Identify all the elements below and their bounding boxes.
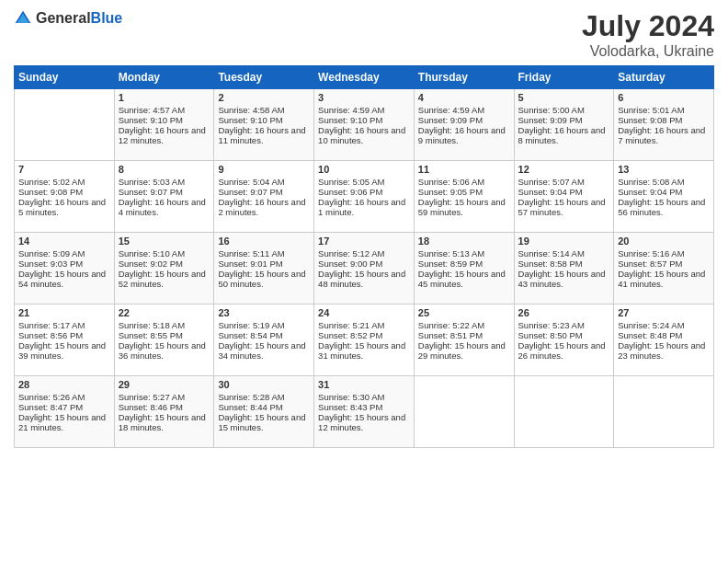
weekday-header: Tuesday [214, 66, 314, 89]
calendar-cell: 30Sunrise: 5:28 AMSunset: 8:44 PMDayligh… [214, 376, 314, 448]
day-info: Sunrise: 5:24 AM [618, 320, 710, 330]
calendar-cell: 18Sunrise: 5:13 AMSunset: 8:59 PMDayligh… [414, 233, 514, 304]
day-number: 29 [119, 379, 210, 390]
weekday-header: Wednesday [314, 66, 415, 89]
day-info: Sunset: 8:48 PM [618, 330, 710, 340]
day-info: Daylight: 16 hours and 4 minutes. [119, 197, 210, 217]
calendar-cell: 23Sunrise: 5:19 AMSunset: 8:54 PMDayligh… [214, 304, 314, 376]
day-info: Sunrise: 5:10 AM [119, 248, 210, 259]
day-info: Daylight: 15 hours and 43 minutes. [518, 269, 610, 289]
calendar-cell: 8Sunrise: 5:03 AMSunset: 9:07 PMDaylight… [114, 161, 214, 233]
day-info: Sunrise: 5:02 AM [18, 177, 110, 187]
day-info: Daylight: 15 hours and 26 minutes. [518, 340, 610, 361]
calendar-cell: 19Sunrise: 5:14 AMSunset: 8:58 PMDayligh… [514, 233, 614, 304]
calendar-cell: 2Sunrise: 4:58 AMSunset: 9:10 PMDaylight… [214, 89, 314, 161]
calendar-cell: 15Sunrise: 5:10 AMSunset: 9:02 PMDayligh… [114, 233, 214, 304]
day-info: Sunset: 8:54 PM [218, 330, 310, 340]
day-number: 26 [518, 307, 610, 318]
day-number: 13 [618, 164, 710, 175]
day-number: 12 [518, 164, 610, 175]
day-info: Daylight: 16 hours and 7 minutes. [618, 125, 710, 145]
day-number: 24 [318, 307, 410, 318]
weekday-header: Saturday [614, 66, 714, 89]
day-info: Sunrise: 5:16 AM [618, 248, 710, 259]
calendar-cell [514, 376, 614, 448]
day-number: 20 [618, 236, 710, 247]
day-info: Daylight: 16 hours and 11 minutes. [218, 125, 310, 145]
day-info: Sunset: 9:09 PM [418, 115, 510, 125]
day-info: Sunrise: 5:09 AM [18, 248, 110, 259]
logo-icon [14, 9, 32, 28]
location: Volodarka, Ukraine [582, 43, 714, 60]
day-info: Sunset: 9:06 PM [318, 187, 410, 197]
day-info: Sunrise: 4:58 AM [218, 105, 310, 115]
day-number: 7 [18, 164, 110, 175]
calendar-cell: 5Sunrise: 5:00 AMSunset: 9:09 PMDaylight… [514, 89, 614, 161]
day-info: Daylight: 15 hours and 45 minutes. [418, 269, 510, 289]
day-number: 18 [418, 236, 510, 247]
day-number: 17 [318, 236, 410, 247]
day-info: Sunset: 8:47 PM [18, 402, 110, 412]
day-info: Daylight: 15 hours and 21 minutes. [18, 412, 110, 432]
day-number: 14 [18, 236, 110, 247]
day-number: 31 [318, 379, 410, 390]
day-info: Daylight: 16 hours and 10 minutes. [318, 125, 410, 145]
calendar-cell: 9Sunrise: 5:04 AMSunset: 9:07 PMDaylight… [214, 161, 314, 233]
day-number: 2 [218, 92, 310, 103]
day-info: Sunrise: 5:30 AM [318, 392, 410, 402]
day-number: 5 [518, 92, 610, 103]
calendar-cell: 12Sunrise: 5:07 AMSunset: 9:04 PMDayligh… [514, 161, 614, 233]
calendar-week-row: 1Sunrise: 4:57 AMSunset: 9:10 PMDaylight… [15, 89, 714, 161]
day-info: Sunset: 8:46 PM [119, 402, 210, 412]
day-number: 27 [618, 307, 710, 318]
day-info: Daylight: 15 hours and 23 minutes. [618, 340, 710, 361]
day-info: Daylight: 15 hours and 59 minutes. [418, 197, 510, 217]
day-info: Daylight: 15 hours and 36 minutes. [119, 340, 210, 361]
calendar-cell: 6Sunrise: 5:01 AMSunset: 9:08 PMDaylight… [614, 89, 714, 161]
day-info: Sunrise: 5:12 AM [318, 248, 410, 259]
day-number: 25 [418, 307, 510, 318]
day-info: Sunset: 9:04 PM [518, 187, 610, 197]
day-info: Sunrise: 5:18 AM [119, 320, 210, 330]
day-info: Sunset: 8:52 PM [318, 330, 410, 340]
calendar-cell: 20Sunrise: 5:16 AMSunset: 8:57 PMDayligh… [614, 233, 714, 304]
day-info: Daylight: 15 hours and 39 minutes. [18, 340, 110, 361]
calendar-week-row: 28Sunrise: 5:26 AMSunset: 8:47 PMDayligh… [15, 376, 714, 448]
weekday-header: Sunday [15, 66, 115, 89]
day-number: 9 [218, 164, 310, 175]
day-info: Sunset: 9:01 PM [218, 259, 310, 269]
weekday-header: Thursday [414, 66, 514, 89]
weekday-header: Monday [114, 66, 214, 89]
calendar-week-row: 21Sunrise: 5:17 AMSunset: 8:56 PMDayligh… [15, 304, 714, 376]
day-number: 4 [418, 92, 510, 103]
day-info: Daylight: 15 hours and 34 minutes. [218, 340, 310, 361]
day-number: 8 [119, 164, 210, 175]
day-info: Sunrise: 4:59 AM [318, 105, 410, 115]
day-info: Daylight: 16 hours and 2 minutes. [218, 197, 310, 217]
calendar-cell: 17Sunrise: 5:12 AMSunset: 9:00 PMDayligh… [314, 233, 415, 304]
title-block: July 2024 Volodarka, Ukraine [582, 9, 714, 60]
day-info: Daylight: 15 hours and 15 minutes. [218, 412, 310, 432]
calendar-cell: 7Sunrise: 5:02 AMSunset: 9:08 PMDaylight… [15, 161, 115, 233]
day-info: Daylight: 15 hours and 31 minutes. [318, 340, 410, 361]
calendar-cell: 16Sunrise: 5:11 AMSunset: 9:01 PMDayligh… [214, 233, 314, 304]
day-number: 28 [18, 379, 110, 390]
day-info: Daylight: 15 hours and 18 minutes. [119, 412, 210, 432]
day-number: 15 [119, 236, 210, 247]
day-info: Sunset: 9:04 PM [618, 187, 710, 197]
calendar-cell [414, 376, 514, 448]
day-info: Sunrise: 5:11 AM [218, 248, 310, 259]
calendar-table: SundayMondayTuesdayWednesdayThursdayFrid… [14, 65, 714, 448]
day-info: Sunset: 8:43 PM [318, 402, 410, 412]
day-number: 23 [218, 307, 310, 318]
day-info: Sunset: 9:03 PM [18, 259, 110, 269]
day-info: Sunrise: 5:13 AM [418, 248, 510, 259]
day-number: 21 [18, 307, 110, 318]
logo: GeneralBlue [14, 9, 122, 28]
day-info: Sunset: 8:50 PM [518, 330, 610, 340]
day-number: 1 [119, 92, 210, 103]
day-info: Sunrise: 5:05 AM [318, 177, 410, 187]
day-info: Sunrise: 5:21 AM [318, 320, 410, 330]
day-info: Sunset: 9:02 PM [119, 259, 210, 269]
calendar-cell: 25Sunrise: 5:22 AMSunset: 8:51 PMDayligh… [414, 304, 514, 376]
